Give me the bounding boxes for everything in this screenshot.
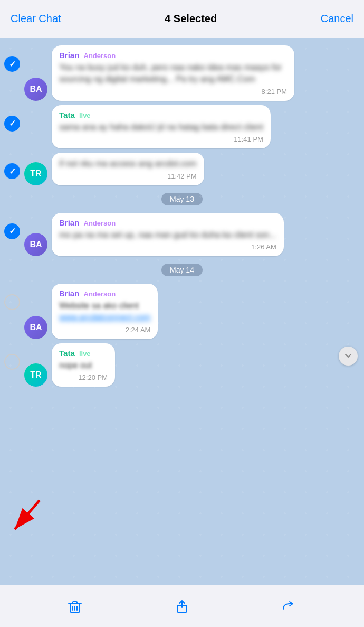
svg-line-1 [15, 500, 40, 529]
sender-name: Tata live [59, 349, 108, 358]
message-bubble: Tata live nope out 12:20 PM [52, 343, 115, 387]
message-row[interactable]: BA Brian Anderson Website sa ako clientw… [0, 282, 364, 341]
avatar: BA [24, 78, 47, 101]
message-row[interactable]: ✓ TR if not nku ma access ang arcdot.com… [0, 151, 364, 187]
cancel-button[interactable]: Cancel [321, 13, 353, 25]
forward-icon [281, 598, 297, 614]
date-label: May 14 [161, 264, 203, 276]
header: Clear Chat 4 Selected Cancel [0, 0, 364, 38]
check-icon: ✓ [9, 118, 16, 128]
trash-icon [66, 597, 84, 615]
message-time: 11:42 PM [59, 172, 197, 180]
message-row[interactable]: TR Tata live nope out 12:20 PM [0, 341, 364, 389]
avatar: TR [24, 162, 47, 185]
check-icon: ✓ [9, 59, 16, 69]
share-icon [174, 598, 190, 614]
select-circle-5[interactable] [4, 294, 20, 310]
message-row[interactable]: ✓ BA Brian Anderson mo pa na ma set up, … [0, 211, 364, 258]
sender-suffix: Anderson [84, 290, 116, 298]
header-title: 4 Selected [165, 13, 217, 25]
message-bubble: Tata live sama ana ay haha dakoU jd na h… [52, 105, 271, 148]
select-circle-4[interactable]: ✓ [4, 223, 20, 239]
clear-chat-button[interactable]: Clear Chat [11, 13, 61, 25]
avatar: TR [24, 363, 47, 387]
check-icon: ✓ [9, 226, 16, 236]
share-button[interactable] [169, 593, 195, 620]
message-bubble: if not nku ma access ang arcdot.com 11:4… [52, 153, 204, 185]
message-time: 1:26 AM [59, 243, 276, 251]
date-label: May 13 [161, 193, 203, 205]
message-time: 2:24 AM [59, 326, 150, 334]
select-circle-1[interactable]: ✓ [4, 56, 20, 72]
message-text: You na busy jud ko duh, pero naa nako id… [59, 62, 287, 86]
message-text: if not nku ma access ang arcdot.com [59, 158, 197, 170]
bottom-toolbar [0, 585, 364, 627]
chevron-down-icon [343, 351, 353, 361]
message-row[interactable]: ✓ BA Brian Anderson You na busy jud ko d… [0, 43, 364, 103]
message-text: sama ana ay haha dakoU jd na hatag bata … [59, 121, 263, 133]
red-arrow-annotation [5, 495, 47, 537]
message-time: 8:21 PM [59, 88, 287, 96]
scroll-down-button[interactable] [339, 347, 358, 366]
message-bubble: Brian Anderson You na busy jud ko duh, p… [52, 45, 294, 101]
select-circle-3[interactable]: ✓ [4, 163, 20, 179]
sender-suffix: Anderson [84, 219, 116, 227]
avatar: BA [24, 233, 47, 256]
message-row[interactable]: ✓ Tata live sama ana ay haha dakoU jd na… [0, 103, 364, 151]
select-circle-2[interactable]: ✓ [4, 116, 20, 132]
select-circle-6[interactable] [4, 354, 20, 370]
message-text: mo pa na ma set up, naa man gud ko duha … [59, 229, 276, 241]
message-time: 12:20 PM [59, 373, 108, 381]
date-separator: May 13 [0, 193, 364, 205]
sender-name: Brian Anderson [59, 218, 276, 227]
message-bubble: Brian Anderson mo pa na ma set up, naa m… [52, 213, 284, 256]
sender-suffix: Anderson [84, 52, 116, 60]
check-icon: ✓ [9, 166, 16, 176]
sender-name: Brian Anderson [59, 51, 287, 60]
message-text: Website sa ako clientwww.arcdatconnect.c… [59, 300, 150, 324]
sender-name: Tata live [59, 110, 263, 119]
message-time: 11:41 PM [59, 135, 263, 143]
sender-suffix: live [79, 350, 91, 358]
message-bubble: Brian Anderson Website sa ako clientwww.… [52, 284, 158, 339]
avatar: BA [24, 316, 47, 339]
sender-name: Brian Anderson [59, 289, 150, 298]
sender-suffix: live [79, 111, 91, 119]
forward-button[interactable] [276, 593, 302, 620]
message-text: nope out [59, 360, 108, 371]
delete-button[interactable] [62, 593, 88, 620]
chat-area: ✓ BA Brian Anderson You na busy jud ko d… [0, 38, 364, 585]
date-separator: May 14 [0, 264, 364, 276]
